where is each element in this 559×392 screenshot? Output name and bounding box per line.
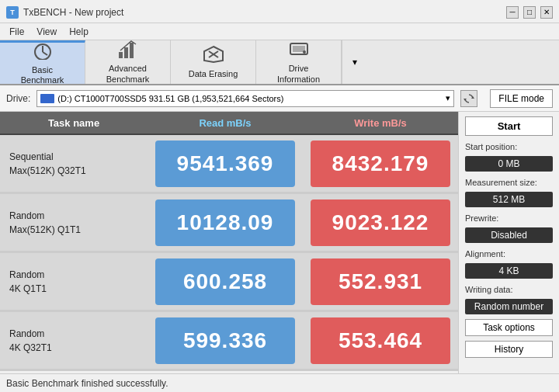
row1-write-value: 8432.179 [311, 140, 450, 187]
row3-write: 552.931 [303, 253, 458, 310]
row3-write-value: 552.931 [311, 258, 450, 305]
minimize-button[interactable]: ─ [506, 6, 519, 19]
row2-read: 10128.09 [148, 194, 303, 251]
row3-label: Random4K Q1T1 [0, 262, 148, 302]
menu-file[interactable]: File [3, 25, 30, 39]
row2-label: RandomMax(512K) Q1T1 [0, 203, 148, 243]
toolbar: BasicBenchmark AdvancedBenchmark Data Er… [0, 40, 559, 85]
row4-read: 599.336 [148, 312, 303, 369]
svg-rect-3 [119, 52, 123, 58]
row1-read-value: 9541.369 [155, 140, 295, 187]
status-text: Basic Benchmark finished successfully. [6, 378, 168, 389]
row3-read-value: 600.258 [155, 258, 295, 305]
measurement-size-value: 512 MB [465, 192, 553, 207]
advanced-benchmark-label: AdvancedBenchmark [106, 64, 150, 84]
dropdown-arrow: ▾ [352, 57, 357, 68]
benchmark-row-2: RandomMax(512K) Q1T1 10128.09 9023.122 [0, 194, 458, 253]
benchmark-row-1: SequentialMax(512K) Q32T1 9541.369 8432.… [0, 135, 458, 194]
benchmark-row-4: Random4K Q32T1 599.336 553.464 [0, 312, 458, 371]
start-position-value: 0 MB [465, 156, 553, 172]
row2-write-value: 9023.122 [311, 199, 450, 246]
data-erasing-label: Data Erasing [189, 69, 238, 79]
right-panel: Start Start position: 0 MB Measurement s… [458, 112, 559, 373]
drive-select-text: (D:) CT1000T700SSD5 931.51 GB (1,953,521… [57, 94, 283, 103]
drive-refresh-button[interactable] [460, 90, 477, 107]
start-position-label: Start position: [465, 142, 553, 151]
title-bar-left: T TxBENCH - New project [6, 6, 123, 19]
main-content: Task name Read mB/s Write mB/s Sequentia… [0, 112, 559, 373]
row1-write: 8432.179 [303, 135, 458, 192]
window-controls: ─ □ ✕ [506, 6, 553, 19]
row1-read: 9541.369 [148, 135, 303, 192]
writing-data-value: Random number [465, 299, 553, 314]
drive-information-icon [288, 40, 310, 62]
prewrite-label: Prewrite: [465, 213, 553, 223]
benchmark-row-3: Random4K Q1T1 600.258 552.931 [0, 253, 458, 312]
close-button[interactable]: ✕ [540, 6, 553, 19]
alignment-value: 4 KB [465, 263, 553, 279]
menu-view[interactable]: View [30, 25, 63, 39]
filemode-button[interactable]: FILE mode [490, 89, 553, 108]
row4-write-value: 553.464 [311, 317, 450, 364]
drive-select[interactable]: (D:) CT1000T700SSD5 931.51 GB (1,953,521… [36, 90, 454, 107]
svg-point-11 [303, 50, 306, 54]
svg-line-2 [43, 52, 47, 55]
benchmark-area: Task name Read mB/s Write mB/s Sequentia… [0, 112, 458, 373]
history-button[interactable]: History [465, 341, 553, 358]
measurement-size-label: Measurement size: [465, 178, 553, 187]
alignment-label: Alignment: [465, 249, 553, 258]
menu-bar: File View Help [0, 23, 559, 40]
row4-read-value: 599.336 [155, 317, 295, 364]
svg-rect-4 [124, 47, 128, 58]
drive-bar: Drive: (D:) CT1000T700SSD5 931.51 GB (1,… [0, 85, 559, 112]
prewrite-value: Disabled [465, 227, 553, 243]
drive-label: Drive: [6, 93, 30, 104]
header-write: Write mB/s [303, 113, 458, 134]
toolbar-data-erasing[interactable]: Data Erasing [171, 40, 256, 84]
data-erasing-icon [203, 45, 224, 68]
maximize-button[interactable]: □ [523, 6, 536, 19]
title-bar: T TxBENCH - New project ─ □ ✕ [0, 0, 559, 23]
window-title: TxBENCH - New project [23, 7, 123, 18]
row2-read-value: 10128.09 [155, 199, 295, 246]
header-read: Read mB/s [148, 113, 303, 134]
menu-help[interactable]: Help [63, 25, 95, 39]
row4-label: Random4K Q32T1 [0, 321, 148, 361]
drive-information-label: DriveInformation [277, 64, 320, 84]
advanced-benchmark-icon [117, 40, 139, 62]
row1-label: SequentialMax(512K) Q32T1 [0, 144, 148, 184]
svg-rect-5 [130, 43, 134, 58]
basic-benchmark-icon [32, 41, 54, 64]
toolbar-advanced-benchmark[interactable]: AdvancedBenchmark [85, 40, 171, 84]
benchmark-header: Task name Read mB/s Write mB/s [0, 112, 458, 135]
toolbar-drive-information[interactable]: DriveInformation [256, 40, 342, 84]
status-bar: Basic Benchmark finished successfully. [0, 373, 559, 392]
start-button[interactable]: Start [465, 116, 553, 136]
basic-benchmark-label: BasicBenchmark [21, 65, 64, 85]
row4-write: 553.464 [303, 312, 458, 369]
toolbar-basic-benchmark[interactable]: BasicBenchmark [0, 40, 85, 84]
header-task-name: Task name [0, 113, 148, 134]
toolbar-dropdown[interactable]: ▾ [342, 40, 366, 84]
task-options-button[interactable]: Task options [465, 319, 553, 336]
app-icon: T [6, 6, 19, 19]
writing-data-label: Writing data: [465, 285, 553, 294]
row3-read: 600.258 [148, 253, 303, 310]
row2-write: 9023.122 [303, 194, 458, 251]
drive-select-arrow: ▾ [446, 93, 450, 103]
